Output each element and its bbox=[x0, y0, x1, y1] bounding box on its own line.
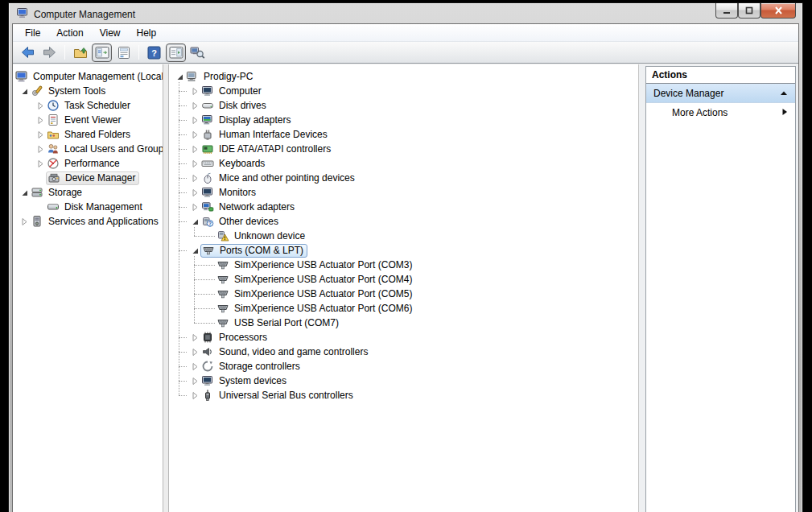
tree-item-simxperience-usb-actuator-port-com4[interactable]: SimXperience USB Actuator Port (COM4) bbox=[169, 272, 638, 287]
serial-port-icon bbox=[216, 273, 229, 286]
expander-closed-icon[interactable] bbox=[189, 129, 200, 140]
expander-open-icon[interactable] bbox=[189, 245, 200, 256]
expander-closed-icon[interactable] bbox=[35, 129, 46, 140]
tree-item-monitors[interactable]: Monitors bbox=[169, 185, 638, 200]
tree-item-simxperience-usb-actuator-port-com3[interactable]: SimXperience USB Actuator Port (COM3) bbox=[169, 258, 638, 272]
disk-management-icon bbox=[47, 200, 60, 213]
tree-item-disk-management[interactable]: Disk Management bbox=[13, 200, 163, 214]
scan-hardware-button[interactable] bbox=[188, 43, 208, 62]
tree-item-keyboards[interactable]: Keyboards bbox=[169, 156, 638, 171]
expander-closed-icon[interactable] bbox=[189, 201, 200, 213]
tree-item-event-viewer[interactable]: Event Viewer bbox=[13, 113, 163, 127]
expander-closed-icon[interactable] bbox=[189, 100, 200, 111]
expander-closed-icon[interactable] bbox=[189, 172, 200, 184]
tree-item-computer-management-local[interactable]: Computer Management (Local) bbox=[13, 69, 163, 84]
expander-closed-icon[interactable] bbox=[189, 346, 200, 357]
menu-item-view[interactable]: View bbox=[92, 25, 129, 41]
expander-closed-icon[interactable] bbox=[189, 361, 200, 372]
tree-item-display-adapters[interactable]: Display adapters bbox=[169, 113, 638, 127]
toolbar-separator bbox=[64, 45, 65, 60]
tree-item-label: Other devices bbox=[217, 215, 280, 228]
console-tree-toggle-button[interactable] bbox=[92, 43, 112, 62]
device-tree: Prodigy-PCComputerDisk drivesDisplay ada… bbox=[169, 64, 638, 403]
item-content: SimXperience USB Actuator Port (COM4) bbox=[216, 273, 415, 287]
expander-open-icon[interactable] bbox=[174, 71, 185, 82]
expander-open-icon[interactable] bbox=[189, 216, 200, 227]
tree-item-unknown-device[interactable]: Unknown device bbox=[169, 229, 638, 243]
menu-item-help[interactable]: Help bbox=[129, 25, 165, 41]
tree-item-local-users-and-groups[interactable]: Local Users and Groups bbox=[13, 142, 163, 156]
tree-item-prodigy-pc[interactable]: Prodigy-PC bbox=[169, 69, 638, 84]
expander-closed-icon[interactable] bbox=[35, 100, 46, 111]
tree-guide-line bbox=[194, 236, 215, 237]
tree-item-ide-ata-atapi-controllers[interactable]: IDE ATA/ATAPI controllers bbox=[169, 142, 638, 156]
expander-closed-icon[interactable] bbox=[189, 187, 200, 198]
item-content: Shared Folders bbox=[46, 128, 134, 142]
tree-guide-line bbox=[194, 265, 215, 266]
tree-item-mice-and-other-pointing-devices[interactable]: Mice and other pointing devices bbox=[169, 171, 638, 185]
expander-closed-icon[interactable] bbox=[189, 158, 200, 169]
storage-controller-icon bbox=[201, 360, 214, 373]
tree-item-human-interface-devices[interactable]: Human Interface Devices bbox=[169, 127, 638, 142]
tree-item-services-and-applications[interactable]: Services and Applications bbox=[13, 214, 163, 229]
panel-splitter[interactable] bbox=[163, 64, 169, 512]
tree-item-label: Task Scheduler bbox=[63, 99, 132, 112]
tree-item-ports-com-lpt[interactable]: Ports (COM & LPT) bbox=[169, 243, 638, 258]
actions-group-device-manager[interactable]: Device Manager bbox=[646, 84, 795, 103]
expander-closed-icon[interactable] bbox=[189, 85, 200, 97]
tree-item-processors[interactable]: Processors bbox=[169, 330, 638, 345]
tree-item-simxperience-usb-actuator-port-com5[interactable]: SimXperience USB Actuator Port (COM5) bbox=[169, 287, 638, 301]
expander-closed-icon[interactable] bbox=[189, 375, 200, 386]
menu-item-action[interactable]: Action bbox=[48, 25, 91, 41]
tree-item-device-manager[interactable]: Device Manager bbox=[13, 171, 163, 185]
properties-button[interactable] bbox=[113, 43, 134, 62]
expander-closed-icon[interactable] bbox=[35, 143, 46, 155]
tree-item-performance[interactable]: Performance bbox=[13, 156, 163, 171]
tree-item-system-tools[interactable]: System Tools bbox=[13, 84, 163, 98]
action-pane-toggle-button[interactable] bbox=[166, 43, 186, 62]
minimize-button[interactable] bbox=[715, 3, 738, 19]
close-button[interactable] bbox=[760, 3, 796, 19]
item-content: Storage bbox=[30, 186, 85, 200]
menu-item-file[interactable]: File bbox=[17, 25, 48, 41]
help-button[interactable]: ? bbox=[144, 43, 164, 62]
tree-item-storage[interactable]: Storage bbox=[13, 185, 163, 200]
expander-closed-icon[interactable] bbox=[189, 390, 200, 401]
item-content: Network adapters bbox=[200, 200, 298, 214]
tree-item-other-devices[interactable]: ?Other devices bbox=[169, 214, 638, 229]
restore-icon bbox=[745, 6, 753, 14]
tree-item-universal-serial-bus-controllers[interactable]: Universal Serial Bus controllers bbox=[169, 388, 638, 403]
app-icon[interactable] bbox=[16, 6, 29, 23]
item-content: Storage controllers bbox=[200, 360, 303, 374]
expander-closed-icon[interactable] bbox=[19, 216, 30, 227]
expander-open-icon[interactable] bbox=[19, 85, 30, 97]
back-icon bbox=[20, 45, 35, 60]
hid-device-icon bbox=[201, 128, 214, 141]
tree-item-sound-video-and-game-controllers[interactable]: Sound, video and game controllers bbox=[169, 345, 638, 359]
tree-item-task-scheduler[interactable]: Task Scheduler bbox=[13, 98, 163, 113]
restore-button[interactable] bbox=[738, 3, 760, 19]
collapse-arrow-icon[interactable] bbox=[780, 88, 788, 99]
actions-item-more-actions[interactable]: More Actions bbox=[646, 103, 795, 122]
tree-item-label: Monitors bbox=[217, 186, 258, 199]
expander-open-icon[interactable] bbox=[19, 187, 30, 198]
tree-item-storage-controllers[interactable]: Storage controllers bbox=[169, 359, 638, 374]
tree-item-label: Storage bbox=[47, 186, 84, 199]
tree-item-network-adapters[interactable]: Network adapters bbox=[169, 200, 638, 214]
expander-closed-icon[interactable] bbox=[35, 158, 46, 169]
tree-item-computer[interactable]: Computer bbox=[169, 84, 638, 98]
up-level-button[interactable] bbox=[70, 43, 90, 62]
tree-item-usb-serial-port-com7[interactable]: USB Serial Port (COM7) bbox=[169, 316, 638, 330]
tree-item-disk-drives[interactable]: Disk drives bbox=[169, 98, 638, 113]
tree-item-simxperience-usb-actuator-port-com6[interactable]: SimXperience USB Actuator Port (COM6) bbox=[169, 301, 638, 316]
tree-item-system-devices[interactable]: System devices bbox=[169, 374, 638, 388]
tree-guide-line bbox=[179, 381, 187, 382]
expander-closed-icon[interactable] bbox=[189, 114, 200, 126]
expander-closed-icon[interactable] bbox=[35, 114, 46, 126]
tree-item-shared-folders[interactable]: Shared Folders bbox=[13, 127, 163, 142]
expander-closed-icon[interactable] bbox=[189, 332, 200, 343]
expander-closed-icon[interactable] bbox=[189, 143, 200, 155]
tree-item-label: SimXperience USB Actuator Port (COM5) bbox=[233, 287, 414, 300]
back-button[interactable] bbox=[18, 43, 38, 62]
forward-button[interactable] bbox=[39, 43, 60, 62]
